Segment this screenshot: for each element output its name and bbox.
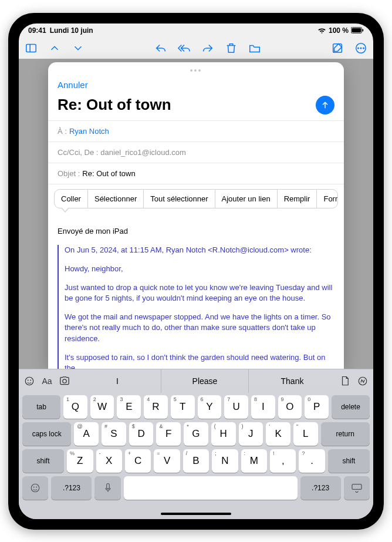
key-p[interactable]: 0P	[305, 395, 329, 419]
svg-point-18	[36, 487, 37, 487]
text-format-icon[interactable]: Aa	[41, 375, 53, 387]
key-space[interactable]	[124, 476, 298, 500]
key-numbers-left[interactable]: .?123	[51, 476, 92, 500]
svg-point-11	[25, 377, 33, 385]
reply-all-icon[interactable]	[178, 42, 191, 55]
menu-select[interactable]: Sélectionner	[88, 190, 144, 208]
key-u[interactable]: 7U	[224, 395, 248, 419]
quoted-block: On Jun 5, 2024, at 11:15 AM, Ryan Notch …	[58, 245, 334, 369]
key-numbers-right[interactable]: .?123	[300, 476, 341, 500]
wifi-icon	[317, 27, 326, 34]
svg-point-16	[31, 484, 39, 492]
key-m[interactable]: :M	[241, 449, 267, 473]
key-k[interactable]: 'K	[266, 422, 290, 446]
svg-rect-20	[352, 484, 361, 489]
key-n[interactable]: ;N	[212, 449, 238, 473]
home-indicator[interactable]	[161, 513, 231, 515]
menu-fill[interactable]: Remplir	[278, 190, 317, 208]
key-v[interactable]: =V	[154, 449, 180, 473]
svg-rect-1	[352, 28, 361, 33]
key-y[interactable]: 6Y	[198, 395, 222, 419]
key-return[interactable]: return	[321, 422, 370, 446]
key-hide-keyboard[interactable]	[344, 476, 370, 500]
key-e[interactable]: 3E	[117, 395, 141, 419]
subject-field[interactable]: Objet : Re: Out of town	[48, 163, 344, 184]
quote-p2: Just wanted to drop a quick note to let …	[65, 282, 334, 304]
key-i[interactable]: 8I	[251, 395, 275, 419]
svg-rect-3	[26, 44, 36, 52]
quote-p1: Howdy, neighbor,	[65, 264, 334, 274]
key-j[interactable]: )J	[239, 422, 263, 446]
key-s[interactable]: #S	[102, 422, 126, 446]
key-caps-lock[interactable]: caps lock	[22, 422, 71, 446]
camera-scan-icon[interactable]	[59, 375, 70, 387]
svg-point-7	[358, 48, 359, 48]
cc-field[interactable]: Cc/Cci, De : daniel_rico1@icloud.com	[48, 142, 344, 163]
forward-icon[interactable]	[201, 42, 214, 55]
quote-header: On Jun 5, 2024, at 11:15 AM, Ryan Notch …	[65, 245, 334, 255]
mail-toolbar	[19, 38, 373, 59]
key-shift-right[interactable]: shift	[328, 449, 370, 473]
to-value: Ryan Notch	[69, 127, 109, 136]
key-f[interactable]: &F	[156, 422, 181, 446]
menu-paste[interactable]: Coller	[55, 190, 88, 208]
key-delete[interactable]: delete	[332, 395, 370, 419]
emoji-suggest-icon[interactable]	[23, 375, 35, 387]
battery-percent: 100 %	[329, 26, 349, 35]
compose-icon[interactable]	[331, 42, 344, 55]
reply-icon[interactable]	[154, 42, 167, 55]
suggestion-2[interactable]: Please	[161, 369, 248, 393]
signature: Envoyé de mon iPad	[58, 227, 334, 235]
document-scan-icon[interactable]	[339, 375, 351, 387]
key-w[interactable]: 2W	[90, 395, 114, 419]
folder-icon[interactable]	[248, 42, 261, 55]
key-.[interactable]: ?.	[299, 449, 325, 473]
key-r[interactable]: 4R	[144, 395, 168, 419]
to-field[interactable]: À : Ryan Notch	[48, 120, 344, 142]
key-d[interactable]: $D	[129, 422, 154, 446]
key-tab[interactable]: tab	[22, 395, 60, 419]
suggestion-3[interactable]: Thank	[248, 369, 336, 393]
compose-body[interactable]: Envoyé de mon iPad On Jun 5, 2024, at 11…	[48, 211, 344, 369]
chevron-up-icon[interactable]	[48, 42, 61, 55]
more-icon[interactable]	[354, 42, 367, 55]
key-o[interactable]: 9O	[278, 395, 302, 419]
key-emoji[interactable]	[22, 476, 48, 500]
key-shift-left[interactable]: shift	[22, 449, 64, 473]
key-q[interactable]: 1Q	[63, 395, 87, 419]
keyboard: Aa I Please Thank	[19, 369, 373, 519]
modal-backdrop: ••• Annuler Re: Out of town À : Ryan Not…	[19, 59, 373, 369]
key-z[interactable]: %Z	[67, 449, 93, 473]
svg-rect-2	[362, 29, 363, 31]
cancel-button[interactable]: Annuler	[58, 78, 88, 96]
menu-add-link[interactable]: Ajouter un lien	[215, 190, 278, 208]
compose-title: Re: Out of town	[58, 96, 171, 114]
key-c[interactable]: +C	[125, 449, 151, 473]
key-,[interactable]: !,	[270, 449, 296, 473]
key-t[interactable]: 5T	[171, 395, 195, 419]
sidebar-toggle-icon[interactable]	[25, 42, 38, 55]
key-mic[interactable]	[94, 476, 120, 500]
handwriting-icon[interactable]	[357, 375, 369, 387]
send-button[interactable]	[316, 96, 334, 115]
screen: 09:41 Lundi 10 juin 100 %	[19, 23, 373, 519]
menu-select-all[interactable]: Tout sélectionner	[144, 190, 215, 208]
key-h[interactable]: (H	[211, 422, 236, 446]
key-x[interactable]: -X	[96, 449, 122, 473]
sheet-grabber[interactable]: •••	[48, 62, 344, 75]
svg-point-14	[63, 379, 66, 382]
quote-p4: It's supposed to rain, so I don't think …	[65, 352, 334, 369]
key-a[interactable]: @A	[74, 422, 99, 446]
menu-format[interactable]: Format	[317, 190, 338, 208]
svg-point-17	[34, 487, 35, 487]
edit-context-menu: Coller Sélectionner Tout sélectionner Aj…	[54, 189, 338, 208]
status-time: 09:41	[28, 26, 46, 35]
key-l[interactable]: "L	[293, 422, 318, 446]
suggestion-1[interactable]: I	[74, 369, 161, 393]
key-g[interactable]: *G	[184, 422, 208, 446]
compose-sheet: ••• Annuler Re: Out of town À : Ryan Not…	[48, 62, 344, 369]
trash-icon[interactable]	[225, 42, 238, 55]
key-b[interactable]: /B	[183, 449, 209, 473]
chevron-down-icon[interactable]	[72, 42, 85, 55]
svg-point-12	[28, 380, 28, 381]
